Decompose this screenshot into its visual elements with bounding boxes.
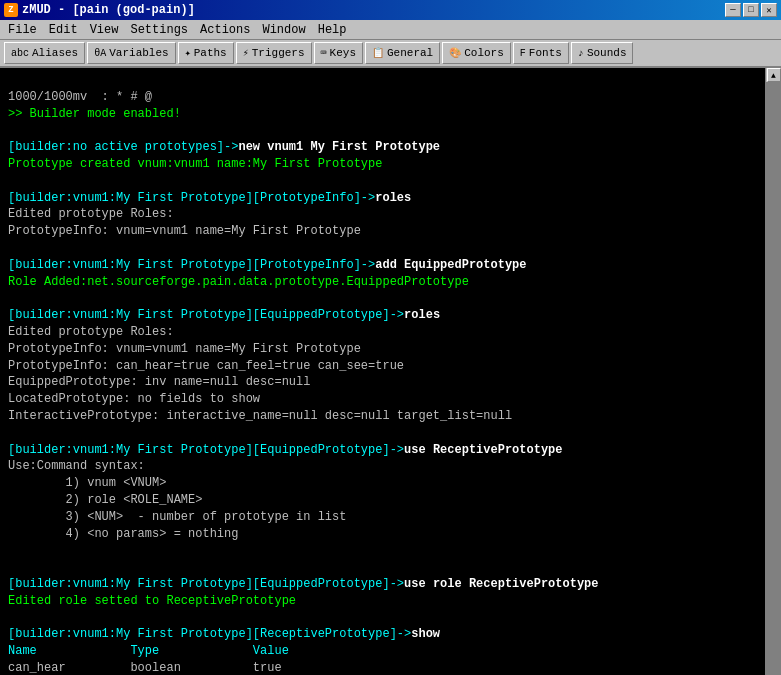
toolbar-colors[interactable]: 🎨 Colors	[442, 42, 511, 64]
terminal-output: 1000/1000mv : * # @ >> Builder mode enab…	[0, 68, 765, 675]
general-label: General	[387, 47, 433, 59]
close-button[interactable]: ✕	[761, 3, 777, 17]
menu-file[interactable]: File	[2, 20, 43, 39]
menu-view[interactable]: View	[84, 20, 125, 39]
window-controls: ─ □ ✕	[725, 3, 777, 17]
variables-label: Variables	[109, 47, 168, 59]
title-bar: Z zMUD - [pain (god-pain)] ─ □ ✕	[0, 0, 781, 20]
toolbar-sounds[interactable]: ♪ Sounds	[571, 42, 634, 64]
toolbar-aliases[interactable]: abc Aliases	[4, 42, 85, 64]
menu-edit[interactable]: Edit	[43, 20, 84, 39]
window-title: zMUD - [pain (god-pain)]	[22, 3, 195, 17]
fonts-label: Fonts	[529, 47, 562, 59]
toolbar-variables[interactable]: θA Variables	[87, 42, 175, 64]
triggers-label: Triggers	[252, 47, 305, 59]
app-icon: Z	[4, 3, 18, 17]
fonts-icon: F	[520, 48, 526, 59]
menu-settings[interactable]: Settings	[124, 20, 194, 39]
toolbar-triggers[interactable]: ⚡ Triggers	[236, 42, 312, 64]
aliases-icon: abc	[11, 48, 29, 59]
scroll-up-button[interactable]: ▲	[767, 68, 781, 82]
keys-label: Keys	[330, 47, 356, 59]
triggers-icon: ⚡	[243, 47, 249, 59]
vertical-scrollbar[interactable]: ▲ ▼	[765, 68, 781, 675]
menu-window[interactable]: Window	[256, 20, 311, 39]
menu-actions[interactable]: Actions	[194, 20, 256, 39]
toolbar-paths[interactable]: ✦ Paths	[178, 42, 234, 64]
toolbar-general[interactable]: 📋 General	[365, 42, 440, 64]
aliases-label: Aliases	[32, 47, 78, 59]
colors-icon: 🎨	[449, 47, 461, 59]
menu-bar: File Edit View Settings Actions Window H…	[0, 20, 781, 40]
terminal-scroll[interactable]: 1000/1000mv : * # @ >> Builder mode enab…	[0, 68, 765, 675]
general-icon: 📋	[372, 47, 384, 59]
paths-icon: ✦	[185, 47, 191, 59]
paths-label: Paths	[194, 47, 227, 59]
toolbar-keys[interactable]: ⌨ Keys	[314, 42, 363, 64]
toolbar: abc Aliases θA Variables ✦ Paths ⚡ Trigg…	[0, 40, 781, 68]
colors-label: Colors	[464, 47, 504, 59]
terminal-container: 1000/1000mv : * # @ >> Builder mode enab…	[0, 68, 781, 675]
maximize-button[interactable]: □	[743, 3, 759, 17]
keys-icon: ⌨	[321, 47, 327, 59]
variables-icon: θA	[94, 48, 106, 59]
scroll-track[interactable]	[766, 82, 781, 675]
menu-help[interactable]: Help	[312, 20, 353, 39]
sounds-icon: ♪	[578, 48, 584, 59]
sounds-label: Sounds	[587, 47, 627, 59]
toolbar-fonts[interactable]: F Fonts	[513, 42, 569, 64]
minimize-button[interactable]: ─	[725, 3, 741, 17]
